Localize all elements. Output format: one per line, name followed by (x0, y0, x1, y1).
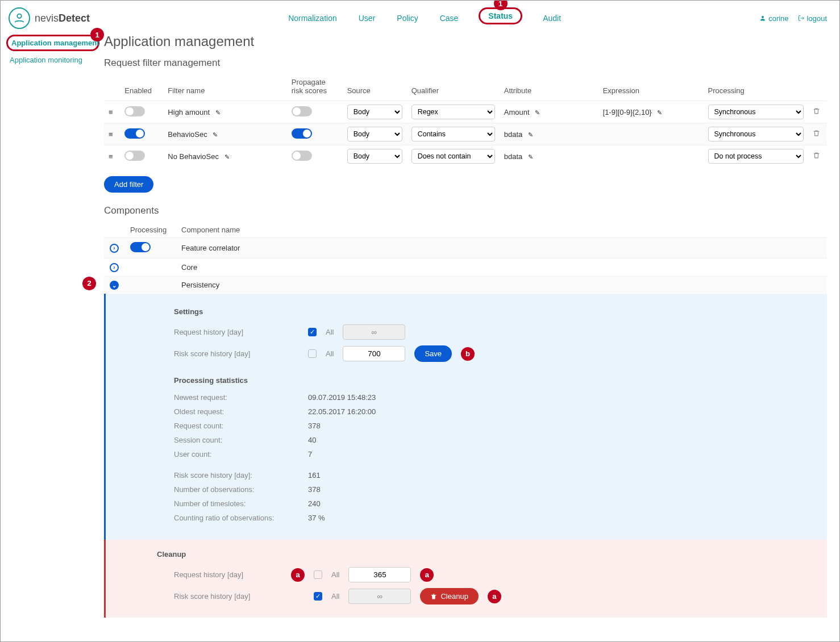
filter-propagate-toggle[interactable] (292, 128, 312, 139)
col-processing: Processing (704, 74, 809, 101)
delete-icon[interactable] (813, 108, 820, 116)
callout-a3: a (488, 590, 501, 603)
nav-user[interactable]: User (357, 11, 377, 25)
trash-icon (430, 593, 437, 600)
svg-point-1 (762, 16, 764, 18)
component-name: Core (176, 259, 827, 277)
filter-source-select[interactable]: Body (347, 105, 402, 119)
settings-risk-all-checkbox[interactable] (308, 349, 317, 358)
edit-icon[interactable]: ✎ (224, 153, 230, 160)
sidebar-app-monitoring[interactable]: Application monitoring (6, 53, 99, 66)
settings-risk-hist-field[interactable] (343, 346, 405, 361)
col-expression: Expression (598, 74, 704, 101)
callout-a: a (291, 568, 305, 582)
col-attribute: Attribute (500, 74, 598, 101)
stat-value: 37 % (308, 514, 325, 522)
filter-propagate-toggle[interactable] (292, 151, 312, 161)
delete-icon[interactable] (813, 152, 820, 161)
filters-heading: Request filter management (104, 57, 827, 69)
add-filter-button[interactable]: Add filter (104, 176, 153, 193)
top-nav: Normalization User Policy Case 1 Status … (90, 11, 759, 25)
stat-value: 09.07.2019 15:48:23 (308, 393, 376, 402)
delete-icon[interactable] (813, 130, 820, 139)
svg-point-0 (17, 14, 21, 18)
stat-value: 240 (308, 499, 321, 508)
logout-link[interactable]: logout (798, 14, 827, 23)
save-button[interactable]: Save (414, 345, 452, 362)
brand-text: nevisDetect (35, 12, 90, 24)
filter-expression (598, 123, 704, 145)
filter-enabled-toggle[interactable] (124, 151, 145, 161)
drag-handle-icon[interactable]: ≡ (109, 152, 113, 161)
cleanup-panel: Cleanup Request history [day] a All a Ri… (104, 540, 827, 618)
filter-processing-select[interactable]: Do not process (708, 149, 804, 164)
cleanup-req-hist-label: Request history [day] (174, 570, 282, 579)
stat-label: User count: (174, 450, 299, 458)
component-processing-toggle[interactable] (130, 242, 151, 252)
filter-source-select[interactable]: Body (347, 149, 402, 164)
col-comp-processing: Processing (124, 222, 176, 238)
filter-enabled-toggle[interactable] (124, 128, 145, 139)
stat-value: 7 (308, 450, 312, 458)
filter-name: BehavioSec ✎ (163, 123, 286, 145)
callout-a2: a (420, 568, 434, 582)
settings-req-hist-field: ∞ (343, 324, 405, 340)
col-filter-name: Filter name (163, 74, 286, 101)
edit-icon[interactable]: ✎ (215, 109, 221, 116)
sidebar-app-management[interactable]: Application management (6, 35, 99, 51)
page-title: Application management (104, 34, 827, 49)
nav-case[interactable]: Case (439, 11, 460, 25)
user-link[interactable]: corine (759, 14, 788, 23)
all-label: All (331, 592, 339, 601)
settings-req-all-checkbox[interactable]: ✓ (308, 328, 317, 336)
filter-source-select[interactable]: Body (347, 127, 402, 141)
stats-heading: Processing statistics (174, 376, 816, 385)
settings-req-hist-label: Request history [day] (174, 328, 299, 336)
filter-name: No BehavioSec ✎ (163, 145, 286, 168)
persistency-settings-panel: Settings Request history [day] ✓ All ∞ R… (104, 294, 827, 540)
stat-value: 378 (308, 485, 321, 494)
filter-enabled-toggle[interactable] (124, 106, 145, 116)
all-label: All (331, 570, 339, 579)
filter-processing-select[interactable]: Synchronous (708, 105, 804, 119)
stat-value: 22.05.2017 16:20:00 (308, 407, 376, 416)
col-comp-name: Component name (176, 222, 827, 238)
edit-icon[interactable]: ✎ (213, 131, 218, 138)
drag-handle-icon[interactable]: ≡ (109, 130, 113, 139)
settings-heading: Settings (174, 307, 816, 316)
nav-audit[interactable]: Audit (542, 11, 562, 25)
cleanup-risk-all-checkbox[interactable]: ✓ (314, 592, 322, 601)
stat-label: Request count: (174, 422, 299, 430)
filter-qualifier-select[interactable]: Regex (411, 105, 495, 119)
filter-processing-select[interactable]: Synchronous (708, 127, 804, 141)
component-name: Persistency (176, 276, 827, 294)
stat-value: 40 (308, 436, 316, 444)
col-propagate: Propagate risk scores (287, 74, 343, 101)
filter-qualifier-select[interactable]: Does not contain (411, 149, 495, 164)
filter-propagate-toggle[interactable] (292, 106, 312, 116)
filter-attribute: bdata ✎ (500, 123, 598, 145)
filter-expression (598, 145, 704, 168)
filter-qualifier-select[interactable]: Contains (411, 127, 495, 141)
filter-attribute: Amount ✎ (500, 101, 598, 123)
cleanup-heading: Cleanup (157, 550, 816, 558)
edit-icon[interactable]: ✎ (657, 109, 662, 116)
cleanup-req-hist-field[interactable] (348, 567, 411, 582)
edit-icon[interactable]: ✎ (528, 153, 533, 160)
stat-label: Number of observations: (174, 485, 299, 494)
drag-handle-icon[interactable]: ≡ (109, 108, 113, 116)
expand-icon[interactable]: › (110, 244, 119, 253)
nav-normalization[interactable]: Normalization (287, 11, 338, 25)
stat-label: Risk score history [day]: (174, 471, 299, 480)
stat-label: Oldest request: (174, 407, 299, 416)
callout-1-sidebar: 1 (90, 28, 104, 41)
collapse-icon[interactable]: ⌄ (110, 281, 119, 290)
nav-policy[interactable]: Policy (396, 11, 419, 25)
edit-icon[interactable]: ✎ (535, 109, 540, 116)
edit-icon[interactable]: ✎ (528, 131, 533, 138)
expand-icon[interactable]: › (110, 263, 119, 272)
cleanup-req-all-checkbox[interactable] (314, 570, 322, 579)
cleanup-risk-hist-field: ∞ (348, 589, 411, 604)
filter-expression: [1-9][0-9]{2,10} ✎ (598, 101, 704, 123)
cleanup-button[interactable]: Cleanup (420, 588, 478, 605)
